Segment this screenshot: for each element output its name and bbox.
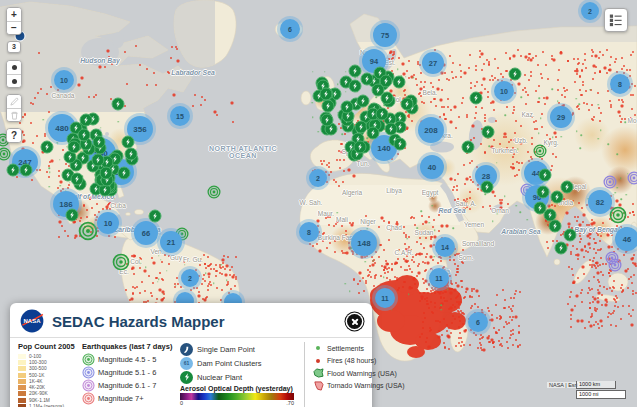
cluster-marker[interactable]: 11 — [375, 288, 395, 308]
nuclear-plant-marker[interactable] — [71, 172, 84, 185]
cluster-marker[interactable]: 8 — [610, 74, 630, 94]
nuclear-plant-marker[interactable] — [348, 65, 361, 78]
nuclear-plant-marker[interactable] — [539, 169, 552, 182]
cluster-marker[interactable]: 10 — [97, 212, 119, 234]
nuclear-plant-marker[interactable] — [112, 98, 125, 111]
cluster-marker[interactable]: 8 — [299, 222, 319, 242]
cluster-marker[interactable]: 15 — [170, 106, 190, 126]
fire-dot — [216, 114, 218, 116]
nuclear-plant-marker[interactable] — [551, 191, 564, 204]
draw-edit-button[interactable] — [7, 95, 21, 108]
cluster-marker[interactable]: 14 — [435, 237, 455, 257]
cluster-marker[interactable]: 208 — [418, 117, 444, 143]
zoom-in-button[interactable]: + — [7, 8, 21, 21]
cluster-marker[interactable]: 6 — [468, 312, 488, 332]
recenter-button[interactable] — [7, 74, 21, 87]
nuclear-plant-marker[interactable] — [470, 92, 483, 105]
cluster-marker[interactable]: 75 — [373, 23, 397, 47]
cluster-marker[interactable]: 10 — [54, 70, 74, 90]
nuclear-plant-marker[interactable] — [321, 99, 334, 112]
earthquake-marker[interactable] — [0, 147, 11, 161]
nuclear-plant-marker[interactable] — [561, 181, 574, 194]
nuclear-plant-marker[interactable] — [549, 220, 562, 233]
nuclear-plant-marker[interactable] — [80, 114, 93, 127]
cluster-marker[interactable]: 66 — [134, 221, 158, 245]
nuclear-plant-marker[interactable] — [20, 164, 33, 177]
earthquake-marker[interactable] — [609, 206, 627, 224]
cluster-marker[interactable]: 27 — [422, 52, 444, 74]
nuclear-plant-marker[interactable] — [375, 108, 388, 121]
fire-dot — [387, 263, 389, 265]
nuclear-plant-marker[interactable] — [320, 113, 333, 126]
close-button[interactable] — [347, 314, 362, 329]
nuclear-plant-marker[interactable] — [118, 166, 131, 179]
earthquake-marker[interactable] — [78, 221, 98, 241]
cluster-marker[interactable]: 2 — [581, 2, 599, 20]
nuclear-plant-marker[interactable] — [78, 128, 91, 141]
earthquake-marker[interactable] — [207, 185, 221, 199]
earthquake-marker[interactable] — [533, 144, 547, 158]
cluster-marker[interactable]: 82 — [588, 190, 612, 214]
fire-dot — [489, 205, 491, 207]
draw-delete-button[interactable] — [7, 108, 21, 121]
settlement-dot — [560, 136, 562, 138]
nuclear-plant-marker[interactable] — [393, 138, 406, 151]
fire-dot — [200, 258, 202, 260]
cluster-marker[interactable]: 46 — [615, 227, 637, 251]
help-button[interactable]: ? — [7, 129, 21, 142]
nuclear-plant-marker[interactable] — [66, 209, 79, 222]
zoom-out-button[interactable]: − — [7, 21, 21, 34]
settlement-dot — [408, 294, 410, 296]
nuclear-plant-marker[interactable] — [124, 148, 137, 161]
cluster-marker[interactable]: 2 — [309, 169, 327, 187]
fire-dot — [554, 131, 557, 134]
nuclear-plant-marker[interactable] — [481, 181, 494, 194]
cluster-marker[interactable]: 11 — [429, 268, 449, 288]
nuclear-plant-marker[interactable] — [509, 68, 522, 81]
nuclear-plant-marker[interactable] — [555, 242, 568, 255]
nuclear-plant-marker[interactable] — [366, 127, 379, 140]
fire-dot — [491, 146, 494, 149]
fire-dot — [425, 256, 427, 258]
nuclear-plant-marker[interactable] — [482, 126, 495, 139]
nuclear-plant-marker[interactable] — [564, 229, 577, 242]
layers-button[interactable] — [604, 8, 628, 32]
nuclear-plant-marker[interactable] — [99, 166, 112, 179]
nuclear-plant-marker[interactable] — [385, 123, 398, 136]
fire-dot — [477, 188, 479, 190]
locate-button[interactable] — [7, 61, 21, 74]
nuclear-plant-marker[interactable] — [348, 79, 361, 92]
cluster-marker[interactable]: 10 — [494, 81, 514, 101]
fire-dot — [419, 292, 421, 294]
nuclear-plant-marker[interactable] — [7, 164, 20, 177]
cluster-marker[interactable]: 21 — [160, 231, 182, 253]
legend-list-icon — [609, 13, 623, 27]
earthquake-marker[interactable] — [608, 258, 622, 272]
cluster-marker[interactable]: 6 — [280, 19, 300, 39]
nuclear-plant-marker[interactable] — [380, 91, 393, 104]
earthquake-marker[interactable] — [627, 171, 637, 185]
nuclear-plant-marker[interactable] — [41, 141, 54, 154]
cluster-marker[interactable]: 29 — [550, 106, 572, 128]
cluster-marker[interactable]: 148 — [351, 230, 377, 256]
fire-dot — [472, 181, 474, 183]
nuclear-plant-marker[interactable] — [353, 141, 366, 154]
nuclear-plant-marker[interactable] — [149, 210, 162, 223]
cluster-marker[interactable]: 2 — [181, 269, 199, 287]
nuclear-plant-marker[interactable] — [67, 141, 80, 154]
nuclear-plant-marker[interactable] — [121, 135, 134, 148]
nuclear-plant-marker[interactable] — [340, 100, 353, 113]
nuclear-plant-marker[interactable] — [400, 97, 413, 110]
earthquake-marker[interactable] — [112, 253, 130, 271]
nuclear-plant-marker[interactable] — [537, 186, 550, 199]
legend-item-tornado-warnings: Tornado Warnings (USA) — [312, 380, 405, 393]
nuclear-plant-marker[interactable] — [93, 135, 106, 148]
fire-dot — [502, 76, 504, 78]
nuclear-plant-marker[interactable] — [361, 72, 374, 85]
cluster-marker[interactable]: 40 — [420, 155, 444, 179]
earthquake-marker[interactable] — [603, 175, 617, 189]
fire-dot — [168, 263, 170, 265]
nuclear-plant-marker[interactable] — [462, 141, 475, 154]
nuclear-plant-marker[interactable] — [92, 154, 105, 167]
fire-dot — [515, 315, 518, 318]
